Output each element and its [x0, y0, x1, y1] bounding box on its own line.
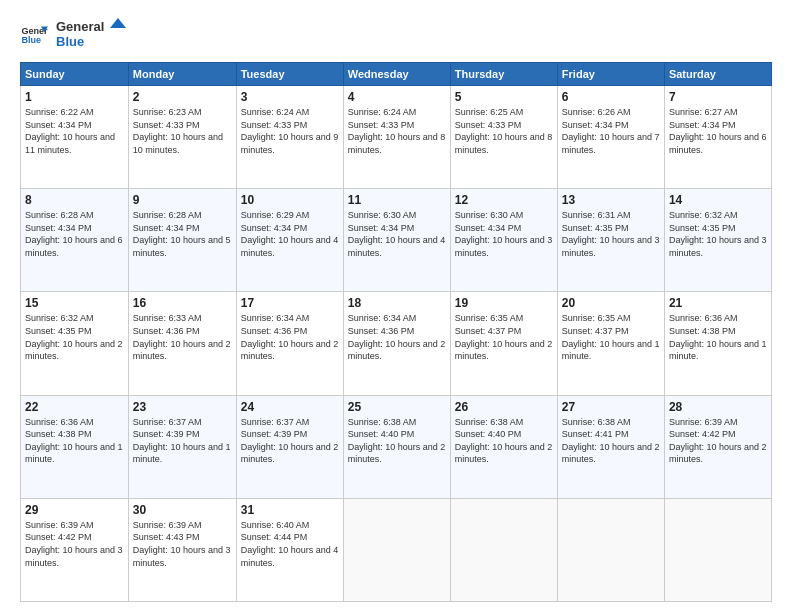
day-info: Sunrise: 6:39 AMSunset: 4:43 PMDaylight:…: [133, 519, 232, 569]
logo-svg: General Blue: [56, 16, 126, 54]
weekday-header: Monday: [128, 63, 236, 86]
calendar-week-row: 22 Sunrise: 6:36 AMSunset: 4:38 PMDaylig…: [21, 395, 772, 498]
calendar-cell: 22 Sunrise: 6:36 AMSunset: 4:38 PMDaylig…: [21, 395, 129, 498]
day-info: Sunrise: 6:39 AMSunset: 4:42 PMDaylight:…: [669, 416, 767, 466]
calendar-cell: 12 Sunrise: 6:30 AMSunset: 4:34 PMDaylig…: [450, 189, 557, 292]
day-number: 2: [133, 90, 232, 104]
calendar-cell: 23 Sunrise: 6:37 AMSunset: 4:39 PMDaylig…: [128, 395, 236, 498]
weekday-header: Saturday: [664, 63, 771, 86]
general-blue-logo-icon: General Blue: [20, 21, 48, 49]
calendar-cell: 13 Sunrise: 6:31 AMSunset: 4:35 PMDaylig…: [557, 189, 664, 292]
day-number: 5: [455, 90, 553, 104]
day-info: Sunrise: 6:35 AMSunset: 4:37 PMDaylight:…: [562, 312, 660, 362]
day-info: Sunrise: 6:23 AMSunset: 4:33 PMDaylight:…: [133, 106, 232, 156]
calendar-cell: 28 Sunrise: 6:39 AMSunset: 4:42 PMDaylig…: [664, 395, 771, 498]
day-info: Sunrise: 6:36 AMSunset: 4:38 PMDaylight:…: [669, 312, 767, 362]
day-number: 11: [348, 193, 446, 207]
weekday-header: Tuesday: [236, 63, 343, 86]
day-number: 13: [562, 193, 660, 207]
day-info: Sunrise: 6:36 AMSunset: 4:38 PMDaylight:…: [25, 416, 124, 466]
calendar-week-row: 8 Sunrise: 6:28 AMSunset: 4:34 PMDayligh…: [21, 189, 772, 292]
header: General Blue General Blue: [20, 16, 772, 54]
page: General Blue General Blue SundayMondayTu…: [0, 0, 792, 612]
svg-marker-5: [110, 18, 126, 28]
svg-text:General: General: [56, 19, 104, 34]
calendar-cell: 17 Sunrise: 6:34 AMSunset: 4:36 PMDaylig…: [236, 292, 343, 395]
calendar-cell: 8 Sunrise: 6:28 AMSunset: 4:34 PMDayligh…: [21, 189, 129, 292]
day-number: 25: [348, 400, 446, 414]
day-number: 26: [455, 400, 553, 414]
calendar-week-row: 1 Sunrise: 6:22 AMSunset: 4:34 PMDayligh…: [21, 86, 772, 189]
weekday-header: Sunday: [21, 63, 129, 86]
day-number: 21: [669, 296, 767, 310]
day-number: 29: [25, 503, 124, 517]
day-number: 8: [25, 193, 124, 207]
day-info: Sunrise: 6:37 AMSunset: 4:39 PMDaylight:…: [133, 416, 232, 466]
day-number: 24: [241, 400, 339, 414]
calendar-table: SundayMondayTuesdayWednesdayThursdayFrid…: [20, 62, 772, 602]
day-info: Sunrise: 6:35 AMSunset: 4:37 PMDaylight:…: [455, 312, 553, 362]
day-number: 6: [562, 90, 660, 104]
calendar-cell: 15 Sunrise: 6:32 AMSunset: 4:35 PMDaylig…: [21, 292, 129, 395]
weekday-header: Thursday: [450, 63, 557, 86]
calendar-cell: [343, 498, 450, 601]
day-info: Sunrise: 6:26 AMSunset: 4:34 PMDaylight:…: [562, 106, 660, 156]
day-info: Sunrise: 6:38 AMSunset: 4:41 PMDaylight:…: [562, 416, 660, 466]
calendar-cell: 29 Sunrise: 6:39 AMSunset: 4:42 PMDaylig…: [21, 498, 129, 601]
calendar-cell: 30 Sunrise: 6:39 AMSunset: 4:43 PMDaylig…: [128, 498, 236, 601]
day-info: Sunrise: 6:29 AMSunset: 4:34 PMDaylight:…: [241, 209, 339, 259]
day-info: Sunrise: 6:34 AMSunset: 4:36 PMDaylight:…: [348, 312, 446, 362]
calendar-cell: [450, 498, 557, 601]
calendar-week-row: 29 Sunrise: 6:39 AMSunset: 4:42 PMDaylig…: [21, 498, 772, 601]
calendar-cell: 3 Sunrise: 6:24 AMSunset: 4:33 PMDayligh…: [236, 86, 343, 189]
day-info: Sunrise: 6:37 AMSunset: 4:39 PMDaylight:…: [241, 416, 339, 466]
day-number: 28: [669, 400, 767, 414]
calendar-cell: 18 Sunrise: 6:34 AMSunset: 4:36 PMDaylig…: [343, 292, 450, 395]
weekday-header: Friday: [557, 63, 664, 86]
day-number: 9: [133, 193, 232, 207]
day-info: Sunrise: 6:24 AMSunset: 4:33 PMDaylight:…: [348, 106, 446, 156]
day-info: Sunrise: 6:22 AMSunset: 4:34 PMDaylight:…: [25, 106, 124, 156]
day-info: Sunrise: 6:27 AMSunset: 4:34 PMDaylight:…: [669, 106, 767, 156]
calendar-cell: [664, 498, 771, 601]
day-info: Sunrise: 6:25 AMSunset: 4:33 PMDaylight:…: [455, 106, 553, 156]
day-info: Sunrise: 6:34 AMSunset: 4:36 PMDaylight:…: [241, 312, 339, 362]
day-number: 15: [25, 296, 124, 310]
calendar-cell: 25 Sunrise: 6:38 AMSunset: 4:40 PMDaylig…: [343, 395, 450, 498]
day-number: 18: [348, 296, 446, 310]
logo: General Blue General Blue: [20, 16, 126, 54]
calendar-cell: 14 Sunrise: 6:32 AMSunset: 4:35 PMDaylig…: [664, 189, 771, 292]
day-number: 3: [241, 90, 339, 104]
calendar-cell: 11 Sunrise: 6:30 AMSunset: 4:34 PMDaylig…: [343, 189, 450, 292]
calendar-cell: 6 Sunrise: 6:26 AMSunset: 4:34 PMDayligh…: [557, 86, 664, 189]
calendar-cell: 26 Sunrise: 6:38 AMSunset: 4:40 PMDaylig…: [450, 395, 557, 498]
calendar-cell: 27 Sunrise: 6:38 AMSunset: 4:41 PMDaylig…: [557, 395, 664, 498]
calendar-cell: 10 Sunrise: 6:29 AMSunset: 4:34 PMDaylig…: [236, 189, 343, 292]
day-number: 7: [669, 90, 767, 104]
calendar-week-row: 15 Sunrise: 6:32 AMSunset: 4:35 PMDaylig…: [21, 292, 772, 395]
calendar-cell: 20 Sunrise: 6:35 AMSunset: 4:37 PMDaylig…: [557, 292, 664, 395]
calendar-cell: 16 Sunrise: 6:33 AMSunset: 4:36 PMDaylig…: [128, 292, 236, 395]
day-info: Sunrise: 6:30 AMSunset: 4:34 PMDaylight:…: [348, 209, 446, 259]
day-info: Sunrise: 6:38 AMSunset: 4:40 PMDaylight:…: [455, 416, 553, 466]
day-number: 30: [133, 503, 232, 517]
calendar-cell: 9 Sunrise: 6:28 AMSunset: 4:34 PMDayligh…: [128, 189, 236, 292]
day-number: 12: [455, 193, 553, 207]
day-info: Sunrise: 6:28 AMSunset: 4:34 PMDaylight:…: [133, 209, 232, 259]
day-number: 19: [455, 296, 553, 310]
calendar-cell: 19 Sunrise: 6:35 AMSunset: 4:37 PMDaylig…: [450, 292, 557, 395]
calendar-cell: 4 Sunrise: 6:24 AMSunset: 4:33 PMDayligh…: [343, 86, 450, 189]
day-number: 17: [241, 296, 339, 310]
calendar-cell: 5 Sunrise: 6:25 AMSunset: 4:33 PMDayligh…: [450, 86, 557, 189]
day-info: Sunrise: 6:40 AMSunset: 4:44 PMDaylight:…: [241, 519, 339, 569]
day-info: Sunrise: 6:38 AMSunset: 4:40 PMDaylight:…: [348, 416, 446, 466]
day-number: 23: [133, 400, 232, 414]
calendar-cell: [557, 498, 664, 601]
weekday-header: Wednesday: [343, 63, 450, 86]
day-number: 14: [669, 193, 767, 207]
day-info: Sunrise: 6:31 AMSunset: 4:35 PMDaylight:…: [562, 209, 660, 259]
day-number: 31: [241, 503, 339, 517]
calendar-cell: 7 Sunrise: 6:27 AMSunset: 4:34 PMDayligh…: [664, 86, 771, 189]
svg-text:Blue: Blue: [56, 34, 84, 49]
svg-text:Blue: Blue: [21, 35, 41, 45]
